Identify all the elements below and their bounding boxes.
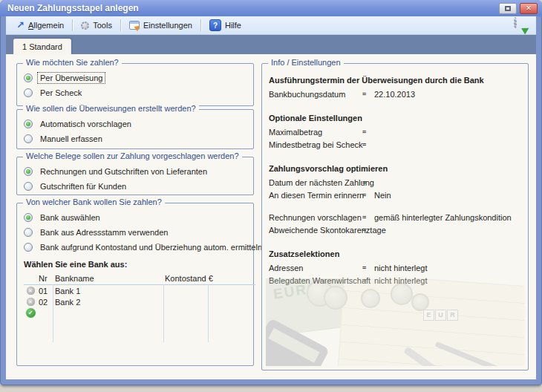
restore-button[interactable] [499,3,517,14]
bank-row[interactable]: ✕ 01 Bank 1 [24,285,255,296]
close-button[interactable]: ✕ [520,3,538,14]
tab-standard[interactable]: 1 Standard [13,39,71,54]
content-area: Wie möchten Sie zahlen? Per Überweisung … [6,54,536,379]
column-header-kontostand: Kontostand € [163,274,208,283]
cancel-circle-icon: ✕ [27,287,35,295]
radio-label: Bank aufgrund Kontostand und Überziehung… [38,242,264,252]
column-divider [53,284,53,342]
info-row: Adressen = nicht hinterlegt [269,262,520,275]
arrow-up-right-icon: ↗ [16,21,25,30]
green-arrow-icon [521,24,531,34]
bank-nr: 01 [37,287,53,295]
bank-table: Nr Bankname Kontostand € ✕ 01 Bank 1 ✕ 0… [24,272,255,347]
group-title: Wie möchten Sie zahlen? [23,58,122,67]
equals-marker-icon: = [362,224,374,237]
radio-label: Per Scheck [38,88,84,98]
radio-label: Manuell erfassen [38,134,105,144]
coin-shape [391,283,413,305]
info-value: 22.10.2013 [374,88,415,101]
radio-icon [24,228,33,237]
equals-marker-icon: = [362,126,374,139]
radio-bank-auswaehlen[interactable]: Bank auswählen [24,212,253,223]
close-icon: ✕ [526,4,532,12]
radio-icon [24,167,33,176]
coin-shape [361,289,380,308]
column-divider [163,284,164,342]
bank-nr: 02 [37,298,53,307]
equals-marker-icon: = [362,177,374,189]
toolbar: ↗ Allgemein Tools Einstellungen ? Hilfe [6,16,536,35]
settings-form-icon [129,21,140,30]
radio-label: Gutschriften für Kunden [38,181,128,192]
group-title: Von welcher Bank wollen Sie zahlen? [23,197,165,206]
restore-icon [505,6,511,11]
toolbar-button-allgemein[interactable]: ↗ Allgemein [10,19,70,31]
info-section-heading: Zahlungsvorschlag optimieren [269,164,520,173]
gear-icon [81,22,89,30]
eur-letter-box: E [423,310,434,321]
toolbar-button-tools[interactable]: Tools [75,19,118,31]
group-document-selection: Welche Belege sollen zur Zahlung vorgesc… [16,157,254,195]
money-watermark: EURO E U R [266,278,524,366]
info-row: Datum der nächsten Zahlung = [269,177,520,189]
equals-marker-icon: = [362,212,374,224]
window-body: ↗ Allgemein Tools Einstellungen ? Hilfe [6,16,536,379]
toolbar-button-hilfe[interactable]: ? Hilfe [203,18,247,33]
radio-rechnungen-lieferanten[interactable]: Rechnungen und Gutschriften von Lieferan… [24,166,253,177]
info-value: Nein [374,189,391,202]
bank-name: Bank 2 [53,298,163,307]
group-payment-method: Wie möchten Sie zahlen? Per Überweisung … [16,63,254,106]
info-label: Rechnungen vorschlagen [269,212,362,224]
bank-row[interactable]: ✕ 02 Bank 2 [24,296,255,307]
group-transfer-creation: Wie sollen die Überweisungen erstellt we… [16,109,254,149]
coin-shape [411,293,429,311]
radio-automatisch-vorschlagen[interactable]: Automatisch vorschlagen [24,119,253,129]
radio-icon [24,74,33,82]
info-label: Maximalbetrag [269,126,362,139]
toolbar-separator [120,19,121,31]
info-row: Bankbuchungsdatum = 22.10.2013 [269,88,520,101]
radio-per-ueberweisung[interactable]: Per Überweisung [24,73,253,83]
radio-per-scheck[interactable]: Per Scheck [24,88,253,98]
gear-icon [514,17,517,29]
radio-icon [24,182,33,191]
column-header-nr: Nr [37,274,53,283]
info-section-heading: Ausführungstermin der Überweisungen durc… [269,76,520,85]
coin-shape [324,286,347,310]
info-row: Abweichende Skontokarenztage = [269,224,520,237]
sync-gear-button[interactable] [514,19,527,32]
radio-label: Per Überweisung [38,73,105,83]
radio-manuell-erfassen[interactable]: Manuell erfassen [24,134,253,144]
tab-strip: 1 Standard [6,35,536,54]
group-info-einstellungen: Info / Einstellungen Ausführungstermin d… [261,63,529,370]
bank-row-new[interactable]: ✔ [24,307,255,318]
info-section-heading: Optionale Einstellungen [269,114,520,122]
info-row: Mindestbetrag bei Scheck = [269,139,520,151]
info-value: gemäß hinterlegter Zahlungskondition [374,212,512,224]
info-label: An diesen Termin erinnern [269,189,362,202]
equals-marker-icon: = [362,88,374,101]
toolbar-button-einstellungen[interactable]: Einstellungen [123,19,198,31]
check-circle-icon: ✔ [26,308,36,318]
group-bank-selection: Von welcher Bank wollen Sie zahlen? Bank… [16,203,254,366]
radio-bank-kontostand[interactable]: Bank aufgrund Kontostand und Überziehung… [24,242,253,252]
radio-icon [24,134,33,143]
radio-label: Bank aus Adressstamm verwenden [38,227,170,238]
bank-name: Bank 1 [53,287,163,295]
bank-table-caption: Wählen Sie eine Bank aus: [24,260,253,269]
group-title: Wie sollen die Überweisungen erstellt we… [23,104,199,113]
radio-icon [24,88,33,97]
titlebar: Neuen Zahlungsstapel anlegen ✕ [0,0,542,16]
bank-table-header: Nr Bankname Kontostand € [24,272,255,285]
radio-label: Rechnungen und Gutschriften von Lieferan… [38,166,209,177]
radio-label: Bank auswählen [38,212,102,223]
help-icon: ? [209,19,221,31]
eur-letter-box: U [435,310,446,321]
cancel-circle-icon: ✕ [27,298,35,306]
radio-gutschriften-kunden[interactable]: Gutschriften für Kunden [24,181,253,192]
info-row: Rechnungen vorschlagen = gemäß hinterleg… [269,212,520,224]
radio-bank-adressstamm[interactable]: Bank aus Adressstamm verwenden [24,227,253,238]
toolbar-label: Einstellungen [143,21,192,30]
radio-icon [24,213,33,222]
toolbar-label: Allgemein [28,21,64,30]
